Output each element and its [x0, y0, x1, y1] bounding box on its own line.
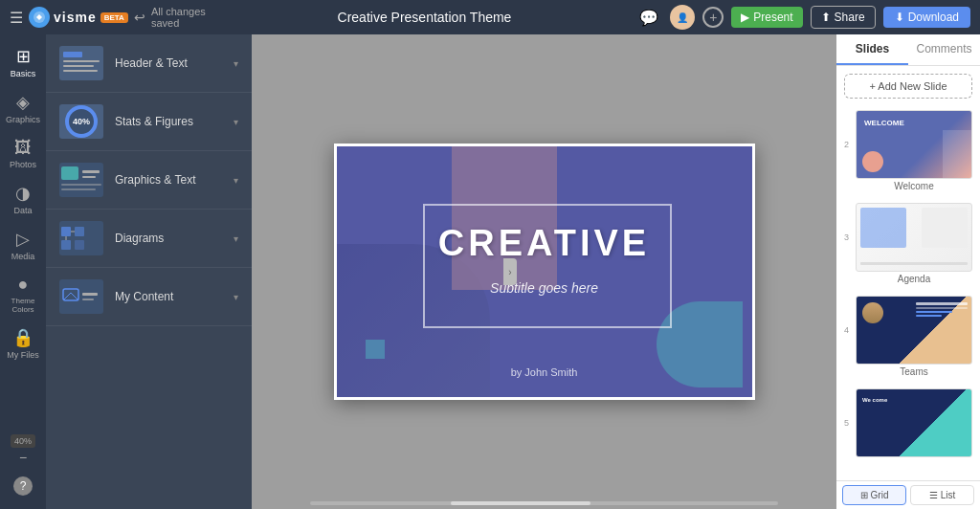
- list-icon: ☰: [929, 490, 938, 500]
- svg-rect-2: [63, 60, 100, 62]
- panel-thumb-graphics: [59, 163, 103, 197]
- slide-num-2: 2: [844, 140, 852, 149]
- panel-label-diagrams: Diagrams: [115, 232, 222, 245]
- canvas-scrollbar-thumb: [451, 501, 591, 505]
- slide-label-agenda: Agenda: [856, 272, 972, 288]
- slide-author: by John Smith: [337, 366, 752, 378]
- beta-badge: BETA: [100, 12, 128, 23]
- present-button[interactable]: ▶ Present: [731, 7, 802, 28]
- panel-label-header-text: Header & Text: [115, 56, 222, 70]
- add-collaborator-button[interactable]: +: [702, 7, 724, 28]
- sidebar-item-graphics[interactable]: ◈ Graphics: [2, 86, 44, 130]
- panel-label-my-content: My Content: [115, 290, 222, 303]
- saved-status: All changes saved: [151, 6, 213, 29]
- agenda-thumb-col1: [860, 208, 906, 248]
- slide-thumb-item-5[interactable]: 5 We come: [836, 385, 980, 461]
- minus-icon[interactable]: −: [19, 450, 27, 465]
- slide5-text: We come: [862, 397, 887, 405]
- slide-thumb-item-3[interactable]: 3 Agenda: [836, 199, 980, 292]
- list-view-button[interactable]: ☰ List: [910, 485, 974, 505]
- left-sidebar: ⊞ Basics ◈ Graphics 🖼 Photos ◑ Data ▷ Me…: [0, 34, 46, 509]
- svg-rect-1: [63, 52, 82, 57]
- topbar-left: ☰ visme BETA ↩ All changes saved: [10, 6, 213, 29]
- sidebar-label-theme: Theme Colors: [6, 297, 40, 314]
- logo-text: visme: [54, 10, 97, 25]
- svg-rect-11: [75, 227, 84, 236]
- sidebar-item-basics[interactable]: ⊞ Basics: [2, 40, 44, 84]
- canvas-scrollbar[interactable]: [310, 501, 778, 505]
- logo-icon: [29, 7, 50, 28]
- sidebar-label-basics: Basics: [11, 69, 36, 78]
- comment-icon[interactable]: 💬: [635, 4, 662, 31]
- zoom-percent: 40%: [11, 434, 35, 448]
- logo: visme BETA: [29, 7, 128, 28]
- main-slide-canvas[interactable]: CREATIVE Subtitle goes here by John Smit…: [334, 144, 755, 400]
- slide-num-4: 4: [844, 325, 852, 335]
- slide-title: CREATIVE: [337, 223, 752, 264]
- download-button[interactable]: ⬇ Download: [883, 7, 970, 28]
- sidebar-item-data[interactable]: ◑ Data: [2, 177, 44, 221]
- sidebar-label-graphics: Graphics: [6, 115, 40, 124]
- document-title[interactable]: Creative Presentation Theme: [338, 10, 512, 25]
- chevron-down-icon: ▾: [234, 58, 238, 69]
- panel-item-my-content[interactable]: My Content ▾: [46, 268, 252, 326]
- sidebar-item-theme-colors[interactable]: ● Theme Colors: [2, 269, 44, 320]
- slide-preview-teams[interactable]: [856, 296, 972, 365]
- play-icon: ▶: [741, 11, 749, 24]
- slide-thumb-row-3: 3: [844, 203, 972, 272]
- sidebar-item-photos[interactable]: 🖼 Photos: [2, 132, 44, 175]
- slide-label-welcome: Welcome: [856, 179, 972, 195]
- panel-item-graphics-text[interactable]: Graphics & Text ▾: [46, 151, 252, 210]
- slide-preview-5[interactable]: We come: [856, 388, 972, 457]
- slide-num-3: 3: [844, 232, 852, 242]
- basics-icon: ⊞: [16, 46, 31, 67]
- help-button[interactable]: ?: [2, 471, 44, 501]
- menu-icon[interactable]: ☰: [10, 9, 23, 27]
- slides-comments-tabs: Slides Comments: [836, 34, 980, 66]
- bottom-bar: ⊞ Grid ☰ List: [836, 480, 980, 509]
- slide-thumb-item-2[interactable]: 2 WELCOME Welcome: [836, 106, 980, 199]
- welcome-thumb-accent: [943, 130, 971, 178]
- content-panel: Header & Text ▾ 40% Stats & Figures ▾: [46, 34, 252, 509]
- slides-list: 2 WELCOME Welcome 3: [836, 106, 980, 480]
- teams-thumb-text: [916, 302, 968, 317]
- svg-rect-4: [63, 70, 98, 72]
- add-new-slide-button[interactable]: + Add New Slide: [844, 74, 972, 99]
- help-icon: ?: [13, 476, 33, 496]
- panel-item-diagrams[interactable]: Diagrams ▾: [46, 210, 252, 268]
- grid-icon: ⊞: [860, 490, 868, 500]
- chevron-content-icon: ▾: [234, 292, 238, 302]
- canvas-area[interactable]: › CREATIVE Subtitle goes here by John Sm…: [252, 34, 836, 509]
- graphics-icon: ◈: [16, 92, 30, 113]
- photos-icon: 🖼: [14, 138, 32, 158]
- slide-preview-agenda[interactable]: [856, 203, 972, 272]
- welcome-thumb-circle: [862, 151, 883, 172]
- undo-icon[interactable]: ↩: [134, 10, 145, 25]
- slide-thumb-item-4[interactable]: 4 Teams: [836, 292, 980, 385]
- tab-comments[interactable]: Comments: [908, 34, 980, 65]
- tab-slides[interactable]: Slides: [836, 34, 908, 65]
- main-area: ⊞ Basics ◈ Graphics 🖼 Photos ◑ Data ▷ Me…: [0, 34, 980, 509]
- panel-collapse-button[interactable]: ›: [503, 258, 517, 285]
- svg-rect-18: [82, 299, 94, 300]
- sidebar-item-my-files[interactable]: 🔒 My Files: [2, 321, 44, 365]
- svg-rect-7: [82, 176, 96, 178]
- slide-thumb-row-5: 5 We come: [844, 388, 972, 457]
- panel-thumb-my-content: [59, 279, 103, 314]
- agenda-thumb-line: [860, 262, 968, 265]
- svg-rect-5: [61, 166, 78, 180]
- sidebar-item-media[interactable]: ▷ Media: [2, 223, 44, 267]
- zoom-control[interactable]: 40% −: [2, 429, 44, 471]
- panel-item-header-text[interactable]: Header & Text ▾: [46, 34, 252, 93]
- svg-rect-10: [61, 227, 71, 236]
- slide-preview-welcome[interactable]: WELCOME: [856, 110, 972, 179]
- data-icon: ◑: [15, 183, 31, 204]
- slide-subtitle: Subtitle goes here: [337, 280, 752, 296]
- share-button[interactable]: ⬆ Share: [811, 6, 876, 29]
- sidebar-label-photos: Photos: [10, 160, 36, 169]
- avatar[interactable]: 👤: [670, 5, 695, 30]
- download-icon: ⬇: [895, 11, 904, 24]
- grid-view-button[interactable]: ⊞ Grid: [842, 485, 906, 505]
- svg-rect-6: [82, 170, 100, 173]
- panel-item-stats[interactable]: 40% Stats & Figures ▾: [46, 93, 252, 151]
